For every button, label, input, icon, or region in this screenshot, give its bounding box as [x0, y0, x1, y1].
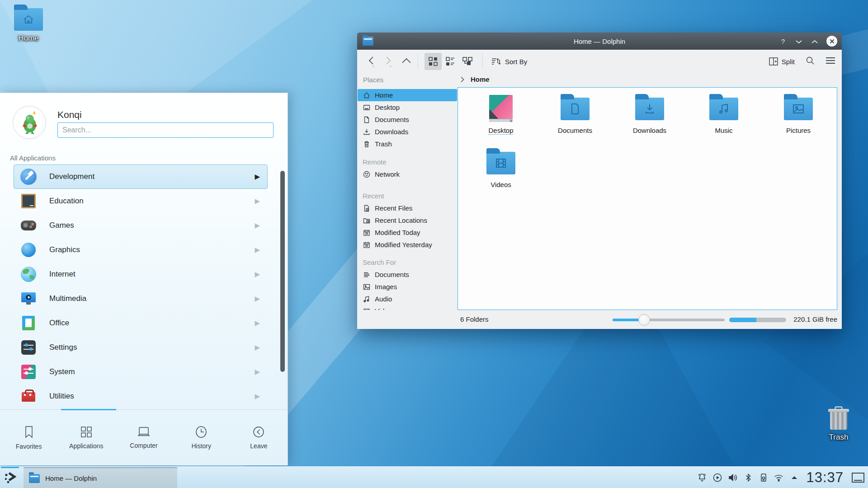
tree-view-button[interactable]	[459, 53, 476, 70]
app-launcher-button[interactable]	[0, 467, 23, 488]
place-label: Documents	[375, 271, 409, 278]
category-development[interactable]: Development ▶	[14, 164, 268, 189]
document-glyph-icon	[570, 103, 580, 115]
games-icon	[21, 221, 36, 230]
split-button[interactable]: Split	[769, 57, 795, 66]
submenu-arrow-icon: ▶	[255, 319, 260, 327]
toolbar-separator	[482, 54, 483, 69]
dolphin-toolbar: ⌄ ⌄	[357, 50, 842, 73]
menu-button[interactable]	[826, 57, 835, 66]
office-icon	[22, 316, 35, 330]
back-button[interactable]: ⌄	[367, 56, 375, 67]
place-documents[interactable]: Documents	[358, 113, 457, 126]
icons-view-button[interactable]	[425, 53, 442, 70]
place-trash[interactable]: Trash	[358, 138, 457, 150]
tab-applications[interactable]: Applications	[57, 410, 115, 465]
place-modified-today[interactable]: Modified Today	[358, 226, 457, 239]
category-games[interactable]: Games ▶	[14, 213, 268, 238]
place-desktop[interactable]: Desktop	[358, 101, 457, 113]
place-recent-locations[interactable]: Recent Locations	[358, 214, 457, 226]
submenu-arrow-icon: ▶	[255, 246, 260, 254]
search-images[interactable]: Images	[358, 281, 457, 293]
category-system[interactable]: System ▶	[14, 360, 268, 384]
help-button[interactable]: ?	[779, 38, 787, 45]
zoom-slider[interactable]	[613, 319, 725, 321]
notifications-icon[interactable]	[697, 473, 707, 483]
place-home[interactable]: Home	[358, 89, 457, 101]
category-multimedia[interactable]: Multimedia ▶	[14, 286, 268, 311]
minimize-button[interactable]	[795, 38, 803, 45]
folder-tile-downloads[interactable]: Downloads	[616, 94, 684, 135]
category-label: Internet	[49, 270, 255, 279]
folder-tile-pictures[interactable]: Pictures	[764, 94, 832, 135]
sort-by-label: Sort By	[505, 58, 527, 66]
maximize-button[interactable]	[811, 38, 819, 45]
show-desktop-button[interactable]	[852, 473, 864, 483]
submenu-arrow-icon: ▶	[255, 173, 260, 181]
up-button[interactable]	[401, 57, 411, 66]
breadcrumb-current[interactable]: Home	[471, 75, 490, 83]
media-player-icon[interactable]	[712, 473, 722, 483]
details-view-button[interactable]	[442, 53, 459, 70]
window-titlebar[interactable]: Home — Dolphin ?	[357, 33, 842, 50]
volume-icon[interactable]	[727, 473, 738, 483]
place-network[interactable]: Network	[358, 168, 457, 180]
task-folder-icon	[29, 474, 40, 483]
folder-label: Documents	[558, 127, 592, 134]
desktop-trash-icon[interactable]: Trash	[814, 404, 863, 442]
tab-label: Leave	[250, 442, 267, 450]
bluetooth-icon[interactable]	[743, 473, 753, 483]
submenu-arrow-icon: ▶	[255, 270, 260, 278]
folder-tile-desktop[interactable]: Desktop	[467, 94, 535, 135]
breadcrumb[interactable]: Home	[460, 75, 490, 83]
sort-by-button[interactable]: Sort By	[491, 57, 527, 66]
tab-leave[interactable]: Leave	[230, 410, 288, 465]
internet-icon	[21, 267, 36, 282]
submenu-arrow-icon: ▶	[255, 221, 260, 230]
desktop-home-icon[interactable]: Home	[4, 4, 53, 43]
folder-view[interactable]: Desktop Documents Downloads Music Pictur…	[458, 87, 837, 310]
place-recent-files[interactable]: Recent Files	[358, 202, 457, 214]
tab-history[interactable]: History	[173, 410, 230, 465]
trash-lid	[828, 409, 849, 412]
folder-icon	[709, 98, 738, 120]
category-label: Multimedia	[49, 294, 255, 303]
category-list: Development ▶ Education ▶ Games ▶ Graphi…	[0, 164, 288, 408]
category-office[interactable]: Office ▶	[14, 311, 268, 335]
category-education[interactable]: Education ▶	[14, 189, 268, 213]
place-modified-yesterday[interactable]: Modified Yesterday	[358, 239, 457, 251]
trash-body	[830, 412, 847, 430]
download-glyph-icon	[644, 103, 656, 115]
expand-tray-icon[interactable]	[789, 473, 799, 483]
tab-favorites[interactable]: Favorites	[0, 410, 57, 465]
phone-device-icon[interactable]	[758, 473, 769, 483]
search-audio[interactable]: Audio	[358, 293, 457, 305]
desktop-icon	[363, 104, 370, 111]
wifi-network-icon[interactable]	[774, 473, 784, 483]
forward-button[interactable]: ⌄	[384, 56, 392, 67]
folder-label: Music	[715, 127, 732, 134]
place-downloads[interactable]: Downloads	[358, 126, 457, 138]
taskbar-clock[interactable]: 13:37	[806, 469, 844, 486]
taskbar-task-dolphin[interactable]: Home — Dolphin	[24, 467, 177, 488]
folder-tile-videos[interactable]: Videos	[467, 148, 535, 189]
trash-icon-label: Trash	[814, 433, 863, 442]
category-utilities[interactable]: Utilities ▶	[14, 384, 268, 408]
folder-tile-music[interactable]: Music	[690, 94, 758, 135]
folder-tile-documents[interactable]: Documents	[541, 94, 609, 135]
category-settings[interactable]: Settings ▶	[14, 335, 268, 360]
search-button[interactable]	[806, 56, 815, 67]
music-glyph-icon	[718, 103, 729, 115]
user-avatar[interactable]	[13, 106, 46, 139]
search-documents[interactable]: Documents	[358, 268, 457, 281]
close-button[interactable]	[826, 36, 837, 47]
tab-label: Computer	[130, 442, 157, 449]
launcher-scrollbar[interactable]	[280, 171, 285, 372]
category-graphics[interactable]: Graphics ▶	[14, 238, 268, 262]
category-internet[interactable]: Internet ▶	[14, 262, 268, 286]
place-label: Desktop	[375, 103, 400, 111]
zoom-slider-handle[interactable]	[638, 314, 650, 326]
launcher-search-input[interactable]	[57, 122, 274, 138]
place-label: Recent Locations	[375, 216, 427, 224]
tab-computer[interactable]: Computer	[115, 410, 172, 465]
